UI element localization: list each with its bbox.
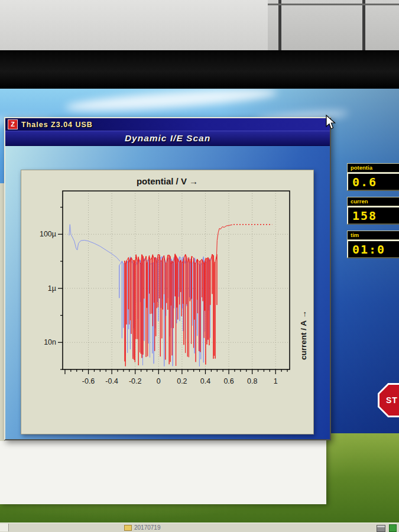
taskbar-item-label: 20170719 [134,524,161,531]
chart-title: potential / V → [21,176,313,186]
subtitle-bar: Dynamic I/E Scan [5,131,330,146]
panel-groove [278,0,281,50]
stop-octagon-icon: ST [379,385,399,416]
ie-scan-plot: -0.6-0.4-0.200.20.40.60.8110n1µ100µ [28,186,306,406]
chart-panel: potential / V → -0.6-0.4-0.200.20.40.60.… [21,170,314,434]
panel-groove [362,0,365,50]
folder-icon [124,525,132,531]
taskbar-item-20170719[interactable]: 20170719 [124,523,161,532]
monitor-bezel [0,50,399,89]
panel-edge [268,4,399,5]
svg-text:0.2: 0.2 [177,377,187,385]
current-label: curren [347,197,399,206]
window-body: potential / V → -0.6-0.4-0.200.20.40.60.… [5,146,330,439]
time-label: tim [347,231,399,240]
monitor-screen: Z Thales Z3.04 USB Dynamic I/E Scan pote… [0,89,399,532]
page-title: Dynamic I/E Scan [125,133,210,144]
wall-panel [268,0,399,50]
svg-text:100µ: 100µ [40,230,56,238]
time-readout: tim 01:0 [347,231,399,258]
app-icon: Z [8,119,18,129]
time-value: 01:0 [347,240,399,258]
potential-value: 0.6 [347,173,399,191]
svg-text:1: 1 [274,377,278,385]
svg-text:0.4: 0.4 [200,377,210,385]
taskbar: 20170719 [0,523,399,532]
svg-text:-0.2: -0.2 [129,377,142,385]
readout-panel: potentia 0.6 curren 158 tim 01:0 [347,163,399,258]
potential-readout: potentia 0.6 [347,163,399,191]
current-readout: curren 158 [347,197,399,225]
window-title: Thales Z3.04 USB [21,121,93,129]
svg-text:1µ: 1µ [48,284,56,293]
titlebar[interactable]: Z Thales Z3.04 USB [5,118,330,131]
thales-window: Z Thales Z3.04 USB Dynamic I/E Scan pote… [4,117,331,440]
svg-text:10n: 10n [44,338,56,346]
wall-background [0,0,399,50]
taskbar-tray [377,524,397,532]
stop-button-label: ST [386,395,398,405]
tray-status-icon[interactable] [389,524,397,532]
current-value: 158 [347,206,399,225]
taskbar-start-tab[interactable] [0,524,9,531]
svg-text:0: 0 [157,377,161,385]
svg-text:-0.4: -0.4 [105,377,118,385]
svg-text:0.6: 0.6 [223,377,233,385]
background-window[interactable] [0,437,326,504]
svg-text:0.8: 0.8 [247,377,257,385]
mouse-cursor [325,115,337,130]
photo-frame: Z Thales Z3.04 USB Dynamic I/E Scan pote… [0,0,399,532]
printer-icon[interactable] [377,525,385,532]
potential-label: potentia [347,163,399,173]
svg-text:-0.6: -0.6 [82,377,95,385]
y-axis-label: current / A → [299,310,308,360]
